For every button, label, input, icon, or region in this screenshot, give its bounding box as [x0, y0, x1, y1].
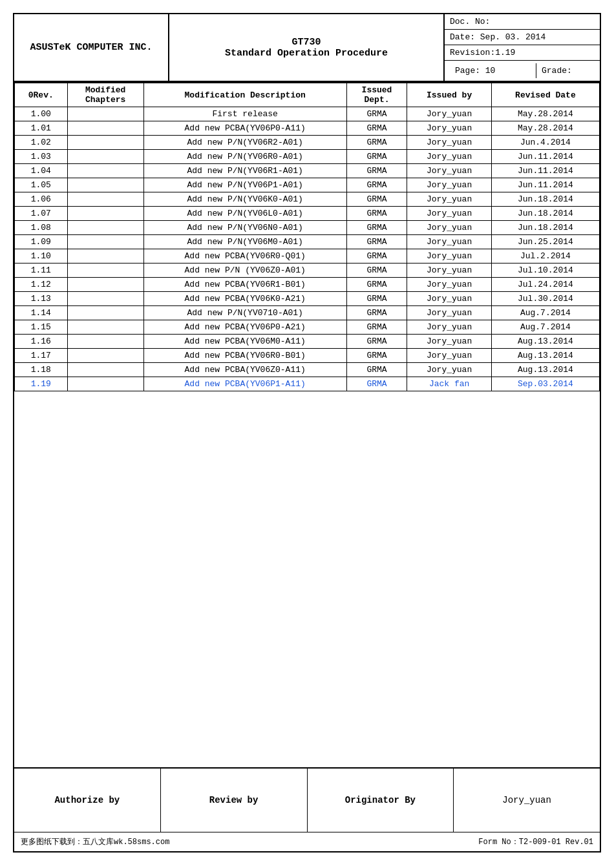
cell-date: Aug.13.2014 — [491, 363, 599, 377]
cell-dept: GRMA — [346, 178, 407, 192]
cell-desc: Add new P/N(YV06N0-A01) — [143, 221, 346, 235]
cell-date: Jun.25.2014 — [491, 235, 599, 249]
cell-rev: 1.17 — [15, 349, 68, 363]
table-row: 1.12Add new PCBA(YV06R1-B01)GRMAJory_yua… — [15, 278, 600, 292]
cell-chapters — [67, 136, 143, 150]
cell-desc: Add new P/N (YV06Z0-A01) — [143, 264, 346, 278]
cell-date: Jul.2.2014 — [491, 249, 599, 264]
cell-desc: Add new PCBA(YV06P0-A21) — [143, 320, 346, 335]
cell-desc: Add new PCBA(YV06R0-B01) — [143, 349, 346, 363]
cell-dept: GRMA — [346, 320, 407, 335]
cell-chapters — [67, 178, 143, 192]
cell-rev: 1.00 — [15, 107, 68, 121]
cell-issued: Jory_yuan — [407, 207, 491, 221]
table-row: 1.10Add new PCBA(YV06R0-Q01)GRMAJory_yua… — [15, 249, 600, 264]
cell-dept: GRMA — [346, 107, 407, 121]
table-row: 1.14Add new P/N(YV0710-A01)GRMAJory_yuan… — [15, 306, 600, 320]
page-footer: 更多图纸下载到：五八文库wk.58sms.com Form No：T2-009-… — [14, 832, 600, 851]
cell-rev: 1.16 — [15, 335, 68, 349]
cell-issued: Jory_yuan — [407, 292, 491, 306]
cell-date: Jul.30.2014 — [491, 292, 599, 306]
cell-chapters — [67, 349, 143, 363]
cell-issued: Jory_yuan — [407, 278, 491, 292]
title-line1: GT730 — [225, 37, 388, 48]
cell-dept: GRMA — [346, 278, 407, 292]
cell-rev: 1.15 — [15, 320, 68, 335]
review-cell: Review by — [161, 769, 308, 832]
cell-rev: 1.13 — [15, 292, 68, 306]
table-row: 1.13Add new PCBA(YV06K0-A21)GRMAJory_yua… — [15, 292, 600, 306]
cell-issued: Jory_yuan — [407, 335, 491, 349]
revision-table: 0Rev. ModifiedChapters Modification Desc… — [14, 82, 600, 391]
cell-chapters — [67, 377, 143, 391]
cell-chapters — [67, 207, 143, 221]
table-row: 1.05Add new P/N(YV06P1-A01)GRMAJory_yuan… — [15, 178, 600, 192]
cell-chapters — [67, 150, 143, 164]
cell-dept: GRMA — [346, 235, 407, 249]
cell-chapters — [67, 235, 143, 249]
cell-date: Jun.18.2014 — [491, 221, 599, 235]
footer-watermark: 更多图纸下载到：五八文库wk.58sms.com — [21, 836, 169, 847]
cell-date: Jul.10.2014 — [491, 264, 599, 278]
cell-rev: 1.14 — [15, 306, 68, 320]
cell-desc: Add new PCBA(YV06P1-A11) — [143, 377, 346, 391]
table-row: 1.15Add new PCBA(YV06P0-A21)GRMAJory_yua… — [15, 320, 600, 335]
table-row: 1.19Add new PCBA(YV06P1-A11)GRMAJack fan… — [15, 377, 600, 391]
cell-desc: Add new P/N(YV06M0-A01) — [143, 235, 346, 249]
cell-dept: GRMA — [346, 207, 407, 221]
page-header: ASUSTeK COMPUTER INC. GT730 Standard Ope… — [14, 14, 600, 82]
document-meta: Doc. No: Date: Sep. 03. 2014 Revision:1.… — [445, 14, 600, 81]
cell-rev: 1.09 — [15, 235, 68, 249]
doc-no-label: Doc. No: — [450, 17, 490, 26]
table-row: 1.18Add new PCBA(YV06Z0-A11)GRMAJory_yua… — [15, 363, 600, 377]
cell-rev: 1.10 — [15, 249, 68, 264]
table-row: 1.03Add new P/N(YV06R0-A01)GRMAJory_yuan… — [15, 150, 600, 164]
document-title: GT730 Standard Operation Procedure — [169, 14, 445, 81]
cell-chapters — [67, 320, 143, 335]
cell-desc: Add new PCBA(YV06R0-Q01) — [143, 249, 346, 264]
col-chapters: ModifiedChapters — [67, 83, 143, 107]
cell-issued: Jory_yuan — [407, 107, 491, 121]
doc-no-row: Doc. No: — [445, 14, 600, 30]
cell-issued: Jory_yuan — [407, 136, 491, 150]
cell-dept: GRMA — [346, 150, 407, 164]
cell-dept: GRMA — [346, 249, 407, 264]
cell-rev: 1.01 — [15, 121, 68, 136]
table-row: 1.09Add new P/N(YV06M0-A01)GRMAJory_yuan… — [15, 235, 600, 249]
cell-dept: GRMA — [346, 306, 407, 320]
cell-date: Jul.24.2014 — [491, 278, 599, 292]
cell-chapters — [67, 292, 143, 306]
col-rev: 0Rev. — [15, 83, 68, 107]
cell-desc: Add new PCBA(YV06M0-A11) — [143, 335, 346, 349]
cell-desc: Add new P/N(YV06P1-A01) — [143, 178, 346, 192]
cell-issued: Jory_yuan — [407, 349, 491, 363]
cell-chapters — [67, 221, 143, 235]
cell-date: Jun.4.2014 — [491, 136, 599, 150]
cell-desc: Add new P/N(YV06R2-A01) — [143, 136, 346, 150]
review-label: Review by — [209, 795, 259, 805]
cell-issued: Jory_yuan — [407, 178, 491, 192]
table-row: 1.11Add new P/N (YV06Z0-A01)GRMAJory_yua… — [15, 264, 600, 278]
date-row: Date: Sep. 03. 2014 — [445, 30, 600, 45]
col-desc: Modification Description — [143, 83, 346, 107]
authorize-label: Authorize by — [54, 795, 120, 805]
cell-issued: Jory_yuan — [407, 164, 491, 178]
cell-rev: 1.18 — [15, 363, 68, 377]
cell-chapters — [67, 278, 143, 292]
originator-value: Jory_yuan — [502, 795, 551, 805]
cell-chapters — [67, 192, 143, 207]
date-label: Date: Sep. 03. 2014 — [450, 32, 545, 42]
table-row: 1.06Add new P/N(YV06K0-A01)GRMAJory_yuan… — [15, 192, 600, 207]
cell-issued: Jack fan — [407, 377, 491, 391]
cell-dept: GRMA — [346, 192, 407, 207]
cell-issued: Jory_yuan — [407, 221, 491, 235]
cell-dept: GRMA — [346, 136, 407, 150]
company-info: ASUSTeK COMPUTER INC. — [14, 14, 169, 81]
cell-rev: 1.08 — [15, 221, 68, 235]
cell-chapters — [67, 164, 143, 178]
originator-label: Originator By — [345, 795, 416, 805]
cell-chapters — [67, 121, 143, 136]
cell-issued: Jory_yuan — [407, 192, 491, 207]
cell-chapters — [67, 249, 143, 264]
table-row: 1.07Add new P/N(YV06L0-A01)GRMAJory_yuan… — [15, 207, 600, 221]
